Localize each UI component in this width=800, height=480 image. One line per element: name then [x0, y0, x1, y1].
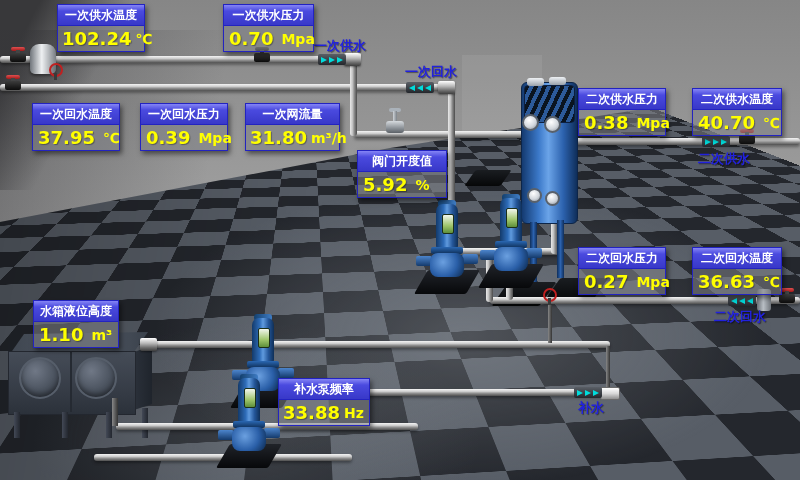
pipe-flange [438, 81, 455, 94]
pipe-valve-stem-line [548, 305, 552, 343]
pump-discharge-nozzle [264, 428, 280, 438]
pipe-tag-makeup: 补水 [578, 399, 604, 417]
control-valve-icon [386, 108, 404, 134]
valve-icon [5, 75, 21, 90]
meter-value: 5.92 [363, 174, 407, 195]
meter-value: 40.70 [698, 112, 755, 133]
meter-unit: m³/h [311, 130, 347, 146]
meter-primary-flow: 一次网流量 31.80m³/h [245, 103, 340, 151]
meter-unit: ℃ [103, 130, 120, 146]
meter-title: 一次网流量 [246, 104, 339, 125]
meter-unit: % [415, 177, 429, 193]
pipe-tank-outlet [146, 341, 610, 348]
meter-unit: Hz [344, 405, 364, 421]
pump-discharge-nozzle [526, 248, 542, 258]
pipe-tag-secondary-return: 二次回水 [714, 308, 766, 326]
makeup-pump-2 [219, 378, 279, 470]
meter-makeup-pump-freq: 补水泵频率 33.88Hz [278, 378, 370, 426]
meter-title: 一次供水温度 [58, 5, 144, 26]
meter-unit: Mpa [636, 115, 669, 131]
pipe-tank-drop [112, 398, 118, 426]
meter-unit: Mpa [636, 274, 669, 290]
meter-value: 0.39 [146, 127, 190, 148]
meter-title: 一次回水温度 [33, 104, 119, 125]
meter-primary-return-pressure: 一次回水压力 0.39Mpa [140, 103, 228, 151]
meter-value: 0.70 [229, 28, 273, 49]
meter-unit: m³ [91, 327, 112, 343]
pipe-secondary-supply [566, 138, 800, 145]
pipe-tag-primary-return: 一次回水 [405, 63, 457, 81]
tank-panel-divider [70, 352, 72, 412]
pipe-makeup-riser [606, 346, 610, 392]
meter-title: 二次供水压力 [579, 89, 665, 110]
flow-arrows-left-icon [728, 295, 756, 306]
pipe-tag-primary-supply: 一次供水 [314, 37, 366, 55]
tank-manhole-cover [19, 357, 61, 399]
meter-value: 0.38 [584, 112, 628, 133]
pump-volute [232, 427, 266, 451]
meter-unit: ℃ [135, 31, 152, 47]
pump-indicator-window [258, 328, 270, 348]
meter-value: 31.80 [250, 127, 307, 148]
meter-unit: ℃ [763, 115, 780, 131]
pipe-riser-primary-return [448, 90, 455, 214]
flow-arrows-left-icon [406, 82, 434, 93]
flow-arrows-right-icon [702, 136, 730, 147]
meter-secondary-supply-temp: 二次供水温度 40.70℃ [692, 88, 782, 136]
tank-leg [62, 412, 68, 438]
pump-indicator-window [244, 388, 256, 408]
meter-tank-level: 水箱液位高度 1.10m³ [33, 300, 119, 348]
pipe-tag-secondary-supply: 二次供水 [698, 150, 750, 168]
exchanger-port [527, 188, 542, 203]
meter-value: 36.63 [698, 271, 755, 292]
meter-primary-return-temp: 一次回水温度 37.95℃ [32, 103, 120, 151]
meter-value: 33.88 [283, 402, 340, 423]
meter-primary-supply-temp: 一次供水温度 102.24℃ [57, 4, 145, 52]
exchanger-port [522, 114, 539, 131]
pipe-primary-return [0, 84, 446, 91]
exchanger-port [545, 191, 560, 206]
meter-secondary-supply-pressure: 二次供水压力 0.38Mpa [578, 88, 666, 136]
tank-leg [14, 412, 20, 438]
meter-title: 二次回水压力 [579, 248, 665, 269]
pipe-riser-primary-supply [350, 60, 357, 136]
exchanger-port [544, 116, 561, 133]
circulation-pump-2 [481, 198, 541, 290]
meter-title: 补水泵频率 [279, 379, 369, 400]
meter-title: 一次回水压力 [141, 104, 227, 125]
meter-title: 阀门开度值 [358, 151, 446, 172]
meter-unit: Mpa [281, 31, 314, 47]
pump-volute [494, 247, 528, 271]
meter-value: 102.24 [62, 28, 131, 49]
tank-side-face [134, 346, 152, 410]
valve-icon [10, 47, 26, 62]
meter-primary-supply-pressure: 一次供水压力 0.70Mpa [223, 4, 314, 52]
red-handwheel-valve-icon [49, 63, 61, 80]
meter-secondary-return-pressure: 二次回水压力 0.27Mpa [578, 247, 666, 295]
meter-title: 水箱液位高度 [34, 301, 118, 322]
circulation-pump-1 [417, 204, 477, 296]
flow-arrows-right-icon [574, 387, 602, 398]
tank-manhole-cover [75, 357, 117, 399]
meter-title: 二次供水温度 [693, 89, 781, 110]
pump-discharge-nozzle [462, 254, 478, 264]
meter-title: 二次回水温度 [693, 248, 781, 269]
red-handwheel-valve-icon [543, 288, 555, 305]
heat-exchanger-leg [557, 220, 564, 278]
heat-exchanger-cap [549, 77, 566, 85]
pump-indicator-window [506, 208, 518, 228]
meter-title: 一次供水压力 [224, 5, 313, 26]
meter-value: 0.27 [584, 271, 628, 292]
pump-discharge-nozzle [278, 368, 294, 378]
pipe-flange [140, 338, 157, 351]
meter-unit: Mpa [198, 130, 231, 146]
meter-secondary-return-temp: 二次回水温度 36.63℃ [692, 247, 782, 295]
meter-value: 37.95 [38, 127, 95, 148]
pump-volute [430, 253, 464, 277]
meter-value: 1.10 [39, 324, 83, 345]
heat-exchanger-cap [527, 78, 544, 86]
meter-unit: ℃ [763, 274, 780, 290]
meter-valve-opening: 阀门开度值 5.92% [357, 150, 447, 198]
flow-arrows-right-icon [318, 54, 346, 65]
pump-indicator-window [442, 214, 454, 234]
